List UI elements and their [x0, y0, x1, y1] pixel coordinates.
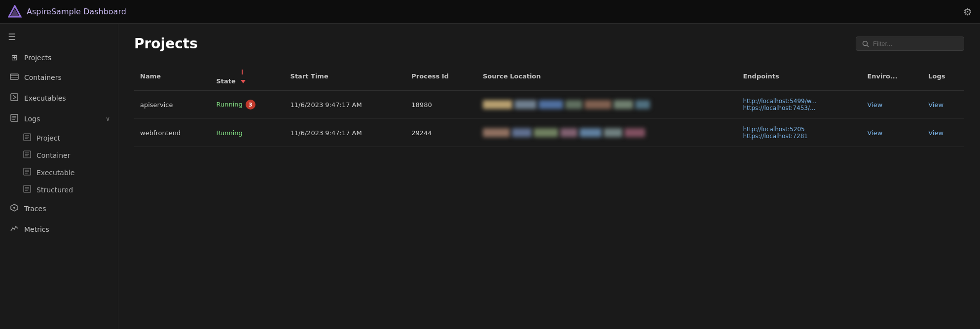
settings-icon[interactable]: ⚙	[963, 6, 972, 18]
notification-badge: 3	[246, 100, 255, 110]
sidebar-item-traces[interactable]: Traces	[0, 198, 118, 219]
sidebar-subitem-label: Executable	[36, 169, 74, 177]
endpoint-link[interactable]: https://localhost:7453/...	[743, 105, 855, 111]
cell-process-id: 18980	[405, 91, 477, 119]
sidebar-item-containers[interactable]: Containers	[0, 67, 118, 88]
log-executable-icon	[23, 168, 32, 177]
sidebar-subitem-project[interactable]: Project	[0, 129, 118, 146]
executables-icon	[9, 93, 19, 104]
search-icon	[862, 40, 869, 47]
table-row: apiserviceRunning311/6/2023 9:47:17 AM18…	[134, 91, 964, 119]
sidebar-subitem-label: Container	[36, 151, 70, 159]
sidebar-item-executables[interactable]: Executables	[0, 88, 118, 109]
log-project-icon	[23, 133, 32, 143]
sort-state-indicator	[240, 67, 246, 85]
cell-enviro: View	[861, 91, 922, 119]
sidebar-item-metrics[interactable]: Metrics	[0, 219, 118, 240]
sidebar-item-label: Traces	[24, 205, 110, 213]
log-container-icon	[23, 150, 32, 160]
table-body: apiserviceRunning311/6/2023 9:47:17 AM18…	[134, 91, 964, 147]
content-area: Projects Name State	[118, 24, 980, 329]
filter-input[interactable]	[873, 40, 958, 47]
sidebar-item-projects[interactable]: ⊞ Projects	[0, 48, 118, 67]
containers-icon	[9, 72, 19, 83]
cell-process-id: 29244	[405, 119, 477, 147]
log-structured-icon	[23, 185, 32, 194]
logs-view-link[interactable]: View	[928, 129, 944, 137]
cell-source-location	[477, 91, 737, 119]
col-endpoints[interactable]: Endpoints	[737, 62, 861, 91]
logs-icon	[9, 113, 19, 124]
sidebar-item-label: Metrics	[24, 225, 110, 233]
topbar: AspireSample Dashboard ⚙	[0, 0, 980, 24]
col-state[interactable]: State	[210, 62, 284, 91]
metrics-icon	[9, 224, 19, 235]
enviro-view-link[interactable]: View	[867, 129, 882, 137]
sidebar-item-label: Executables	[24, 94, 110, 102]
page-title: Projects	[134, 36, 198, 52]
svg-point-28	[863, 41, 868, 45]
cell-name: webfrontend	[134, 119, 210, 147]
endpoint-link[interactable]: http://localhost:5499/w...	[743, 98, 855, 105]
hamburger-menu-button[interactable]: ☰	[0, 28, 118, 48]
traces-icon	[9, 203, 19, 214]
sidebar-subitem-container[interactable]: Container	[0, 146, 118, 164]
app-logo-icon	[8, 5, 22, 19]
topbar-left: AspireSample Dashboard	[8, 5, 126, 19]
sidebar-item-label: Projects	[24, 54, 110, 62]
cell-source-location	[477, 119, 737, 147]
logs-view-link[interactable]: View	[928, 101, 944, 109]
sidebar-item-label: Containers	[24, 73, 110, 81]
projects-table: Name State Start Time	[134, 62, 964, 147]
svg-rect-5	[11, 94, 18, 101]
cell-start-time: 11/6/2023 9:47:17 AM	[285, 119, 406, 147]
cell-state: Running	[210, 119, 284, 147]
endpoint-link[interactable]: https://localhost:7281	[743, 133, 855, 140]
svg-rect-2	[10, 74, 18, 79]
sidebar-subitem-structured[interactable]: Structured	[0, 181, 118, 198]
col-start-time[interactable]: Start Time	[285, 62, 406, 91]
filter-wrapper	[856, 37, 964, 51]
cell-name: apiservice	[134, 91, 210, 119]
col-source-location[interactable]: Source Location	[477, 62, 737, 91]
cell-start-time: 11/6/2023 9:47:17 AM	[285, 91, 406, 119]
cell-enviro: View	[861, 119, 922, 147]
svg-line-29	[867, 45, 869, 47]
sidebar-item-label: Logs	[24, 115, 101, 123]
app-title: AspireSample Dashboard	[27, 7, 126, 16]
enviro-view-link[interactable]: View	[867, 101, 882, 109]
cell-endpoints: http://localhost:5205https://localhost:7…	[737, 119, 861, 147]
projects-table-wrap: Name State Start Time	[134, 62, 964, 317]
chevron-down-icon: ∨	[106, 115, 110, 122]
cell-logs: View	[922, 119, 964, 147]
table-header: Name State Start Time	[134, 62, 964, 91]
cell-endpoints: http://localhost:5499/w...https://localh…	[737, 91, 861, 119]
cell-state: Running3	[210, 91, 284, 119]
svg-point-27	[13, 207, 15, 209]
col-name[interactable]: Name	[134, 62, 210, 91]
sidebar-item-logs[interactable]: Logs ∨	[0, 109, 118, 129]
sidebar-subitem-label: Structured	[36, 186, 73, 194]
col-enviro[interactable]: Enviro...	[861, 62, 922, 91]
content-header: Projects	[134, 36, 964, 52]
sidebar: ☰ ⊞ Projects Containers Executables Logs…	[0, 24, 118, 329]
table-row: webfrontendRunning11/6/2023 9:47:17 AM29…	[134, 119, 964, 147]
endpoint-link[interactable]: http://localhost:5205	[743, 126, 855, 133]
sidebar-subitem-label: Project	[36, 134, 60, 142]
main-layout: ☰ ⊞ Projects Containers Executables Logs…	[0, 24, 980, 329]
projects-icon: ⊞	[9, 53, 19, 62]
col-process-id[interactable]: Process Id	[405, 62, 477, 91]
cell-logs: View	[922, 91, 964, 119]
col-logs[interactable]: Logs	[922, 62, 964, 91]
sidebar-subitem-executable[interactable]: Executable	[0, 164, 118, 181]
